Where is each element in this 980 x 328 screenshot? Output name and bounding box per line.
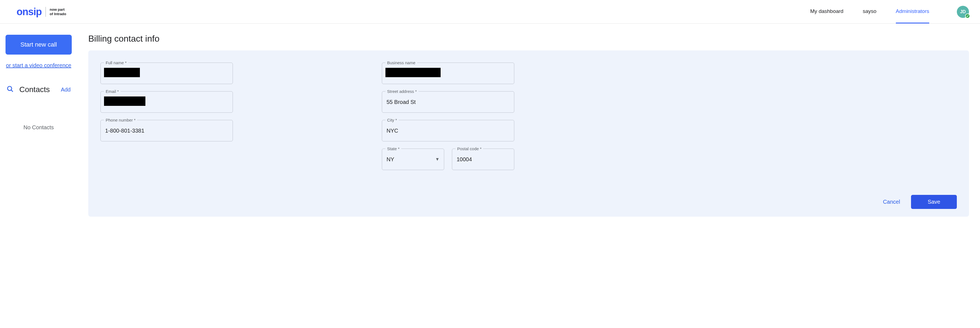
street-field[interactable]: Street address *	[382, 91, 514, 113]
form-right-col: Business name Street address * City *	[382, 63, 514, 170]
email-field[interactable]: Email *	[100, 91, 233, 113]
nav-dashboard[interactable]: My dashboard	[810, 0, 843, 24]
brand-logo: onsip	[17, 6, 42, 17]
business-name-label: Business name	[385, 60, 417, 65]
redacted-full-name	[104, 68, 140, 77]
no-contacts-text: No Contacts	[6, 124, 72, 131]
form-left-col: Full name * Email * Phone number *	[100, 63, 233, 170]
state-select[interactable]	[382, 149, 444, 170]
billing-form-card: Full name * Email * Phone number *	[88, 51, 969, 217]
search-icon[interactable]	[6, 86, 14, 94]
brand-tag-line2: of Intrado	[50, 12, 66, 16]
phone-input[interactable]	[101, 120, 232, 141]
start-call-button[interactable]: Start new call	[6, 35, 72, 55]
form-actions: Cancel Save	[100, 195, 957, 209]
svg-line-1	[11, 90, 13, 92]
phone-field[interactable]: Phone number *	[100, 120, 233, 141]
street-input[interactable]	[382, 92, 514, 113]
street-label: Street address *	[385, 89, 418, 94]
topbar: onsip now part of Intrado My dashboard s…	[0, 0, 980, 24]
postal-input[interactable]	[452, 149, 514, 170]
redacted-business-name	[385, 68, 441, 77]
redacted-email	[104, 97, 145, 106]
postal-label: Postal code *	[455, 146, 483, 151]
svg-point-0	[8, 86, 11, 90]
page-title: Billing contact info	[88, 33, 969, 44]
chevron-down-icon: ▼	[435, 157, 439, 162]
nav-sayso[interactable]: sayso	[863, 0, 877, 24]
brand-tagline: now part of Intrado	[50, 8, 66, 16]
top-nav: My dashboard sayso Administrators JD	[810, 0, 969, 24]
main-content: Billing contact info Full name * Email *	[77, 24, 980, 228]
avatar[interactable]: JD	[957, 6, 969, 18]
business-name-field[interactable]: Business name	[382, 63, 514, 84]
avatar-initials: JD	[960, 10, 966, 14]
status-online-icon	[965, 14, 970, 19]
cancel-button[interactable]: Cancel	[880, 195, 903, 209]
state-label: State *	[385, 146, 401, 151]
contacts-header: Contacts Add	[6, 85, 72, 94]
sidebar: Start new call or start a video conferen…	[0, 24, 77, 228]
save-button[interactable]: Save	[911, 195, 957, 209]
contacts-title: Contacts	[19, 85, 50, 94]
phone-label: Phone number *	[104, 118, 137, 122]
start-video-conference-link[interactable]: or start a video conference	[6, 62, 72, 69]
city-label: City *	[385, 118, 399, 122]
brand-tag-line1: now part	[50, 8, 65, 11]
full-name-label: Full name *	[104, 60, 128, 65]
postal-field[interactable]: Postal code *	[452, 149, 514, 170]
add-contact-link[interactable]: Add	[61, 87, 71, 93]
state-field[interactable]: State * ▼	[382, 149, 444, 170]
city-field[interactable]: City *	[382, 120, 514, 141]
email-label: Email *	[104, 89, 121, 94]
city-input[interactable]	[382, 120, 514, 141]
nav-administrators[interactable]: Administrators	[896, 0, 929, 24]
full-name-field[interactable]: Full name *	[100, 63, 233, 84]
brand: onsip now part of Intrado	[17, 6, 66, 17]
